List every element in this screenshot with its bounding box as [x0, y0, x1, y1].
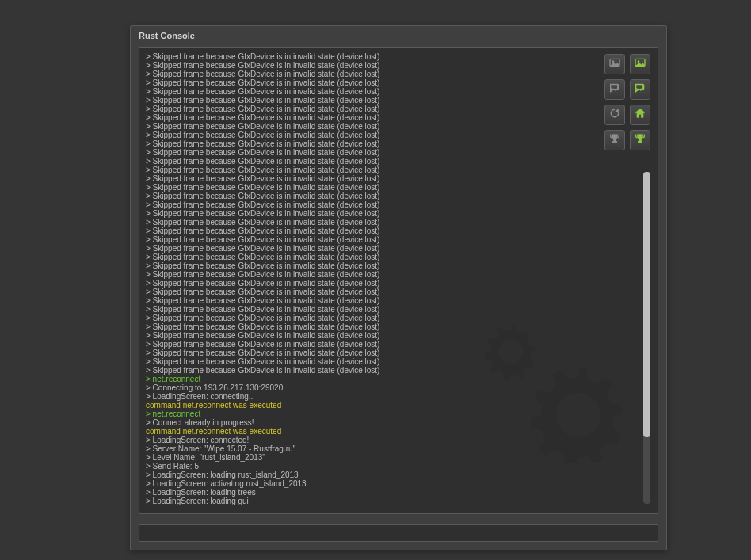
log-line: > Skipped frame because GfxDevice is in … — [146, 279, 651, 288]
trophy-button[interactable] — [630, 130, 650, 150]
log-line: > Skipped frame because GfxDevice is in … — [146, 131, 651, 139]
log-line: > Skipped frame because GfxDevice is in … — [146, 96, 651, 105]
image-icon — [608, 56, 621, 72]
log-line: > LoadingScreen: connecting.. — [146, 392, 651, 401]
log-line: > Skipped frame because GfxDevice is in … — [146, 209, 651, 218]
chat-icon — [608, 82, 621, 97]
log-line: > net.reconnect — [146, 375, 651, 383]
scrollbar-thumb[interactable] — [643, 172, 650, 437]
log-line: > Skipped frame because GfxDevice is in … — [146, 192, 651, 200]
log-line: > LoadingScreen: loading trees — [146, 488, 651, 497]
log-line: > Skipped frame because GfxDevice is in … — [146, 61, 651, 70]
log-line: > Skipped frame because GfxDevice is in … — [146, 357, 651, 366]
trophy-icon — [608, 132, 621, 148]
log-lines: > Skipped frame because GfxDevice is in … — [146, 52, 651, 509]
chat-icon — [634, 82, 646, 97]
svg-rect-7 — [638, 141, 642, 143]
log-line: > Skipped frame because GfxDevice is in … — [146, 122, 651, 131]
log-line: > Level Name: "rust_island_2013" — [146, 453, 651, 462]
chat-dark-button[interactable] — [604, 79, 625, 100]
command-input-bar[interactable] — [139, 524, 658, 542]
image-icon — [634, 56, 646, 72]
log-line: > Skipped frame because GfxDevice is in … — [146, 139, 651, 148]
log-line: > Skipped frame because GfxDevice is in … — [146, 253, 651, 261]
log-line: > Skipped frame because GfxDevice is in … — [146, 174, 651, 183]
log-line: > Skipped frame because GfxDevice is in … — [146, 78, 651, 87]
log-line: > Skipped frame because GfxDevice is in … — [146, 200, 651, 209]
log-line: > Skipped frame because GfxDevice is in … — [146, 113, 651, 122]
log-line: > Skipped frame because GfxDevice is in … — [146, 261, 651, 270]
log-line: > Server Name: "Wipe 15.07 - Rustfrag.ru… — [146, 444, 651, 453]
log-line: > Connect already in progress! — [146, 418, 651, 427]
log-line: > Skipped frame because GfxDevice is in … — [146, 366, 651, 375]
toolbar — [604, 54, 650, 150]
log-line: > Skipped frame because GfxDevice is in … — [146, 349, 651, 357]
log-line: > Skipped frame because GfxDevice is in … — [146, 340, 651, 349]
log-line: command net.reconnect was executed — [146, 401, 651, 410]
home-icon — [634, 107, 646, 123]
screenshot-dark-button[interactable] — [604, 54, 625, 74]
home-button[interactable] — [630, 105, 650, 125]
log-line: > Skipped frame because GfxDevice is in … — [146, 331, 651, 340]
log-line: > Skipped frame because GfxDevice is in … — [146, 87, 651, 96]
screenshot-button[interactable] — [630, 54, 650, 74]
log-line: > Skipped frame because GfxDevice is in … — [146, 157, 651, 166]
log-scrollbar[interactable] — [643, 172, 650, 504]
log-panel: > Skipped frame because GfxDevice is in … — [139, 47, 658, 514]
log-line: > Skipped frame because GfxDevice is in … — [146, 183, 651, 192]
log-line: > Skipped frame because GfxDevice is in … — [146, 244, 651, 253]
log-line: > Skipped frame because GfxDevice is in … — [146, 218, 651, 227]
log-line: > Skipped frame because GfxDevice is in … — [146, 148, 651, 157]
log-line: > LoadingScreen: connected! — [146, 436, 651, 444]
log-line: > Skipped frame because GfxDevice is in … — [146, 305, 651, 314]
svg-rect-4 — [614, 139, 616, 142]
log-line: > Skipped frame because GfxDevice is in … — [146, 166, 651, 174]
trophy-icon — [634, 132, 646, 148]
log-line: command net.reconnect was executed — [146, 427, 651, 436]
log-line: > Skipped frame because GfxDevice is in … — [146, 314, 651, 322]
window-title: Rust Console — [131, 26, 666, 44]
log-line: > LoadingScreen: activating rust_island_… — [146, 479, 651, 488]
svg-rect-6 — [639, 139, 642, 142]
svg-rect-5 — [612, 141, 616, 143]
log-line: > Skipped frame because GfxDevice is in … — [146, 227, 651, 235]
console-window: Rust Console > Skipped frame because Gfx… — [130, 25, 667, 550]
log-line: > Skipped frame because GfxDevice is in … — [146, 296, 651, 305]
log-line: > Skipped frame because GfxDevice is in … — [146, 288, 651, 296]
log-line: > LoadingScreen: loading rust_island_201… — [146, 470, 651, 479]
log-line: > Send Rate: 5 — [146, 462, 651, 470]
refresh-button[interactable] — [604, 105, 625, 125]
log-line: > Skipped frame because GfxDevice is in … — [146, 270, 651, 279]
chat-button[interactable] — [630, 79, 650, 100]
trophy-dark-button[interactable] — [604, 130, 625, 150]
log-line: > Skipped frame because GfxDevice is in … — [146, 322, 651, 331]
log-line: > Skipped frame because GfxDevice is in … — [146, 70, 651, 78]
svg-point-1 — [612, 61, 614, 63]
log-line: > LoadingScreen: loading gui — [146, 497, 651, 505]
log-line: > Skipped frame because GfxDevice is in … — [146, 52, 651, 61]
command-input[interactable] — [139, 525, 658, 541]
svg-point-3 — [638, 61, 639, 63]
log-line: > Skipped frame because GfxDevice is in … — [146, 105, 651, 113]
log-line: > Skipped frame because GfxDevice is in … — [146, 235, 651, 244]
log-line: > net.reconnect — [146, 410, 651, 418]
refresh-icon — [608, 107, 621, 123]
log-line: > Connecting to 193.26.217.130:29020 — [146, 383, 651, 392]
